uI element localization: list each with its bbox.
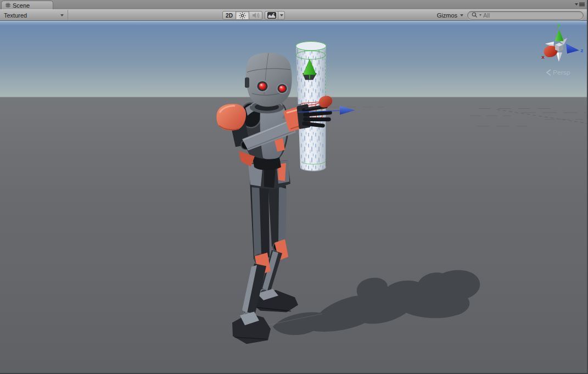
robot-eye-left — [257, 81, 268, 92]
gizmos-dropdown[interactable]: Gizmos — [437, 12, 463, 19]
scene-viewport[interactable]: y z x Persp — [0, 21, 587, 373]
search-input[interactable]: All — [467, 11, 584, 20]
axis-z-label: z — [581, 47, 584, 53]
audio-toggle-button[interactable] — [249, 11, 262, 20]
orientation-gizmo-center-cube[interactable] — [555, 43, 563, 52]
tab-strip: Scene — [0, 0, 587, 9]
axis-y-label: y — [557, 23, 561, 29]
scene-window: Scene Textured 2D — [0, 0, 588, 374]
lighting-toggle-button[interactable] — [236, 11, 249, 20]
effects-button[interactable] — [265, 11, 278, 20]
dropdown-arrow-icon — [460, 14, 463, 16]
sky — [0, 21, 587, 97]
scene-render[interactable]: y z x Persp — [0, 21, 587, 373]
dropdown-arrow-icon — [60, 14, 64, 16]
effects-dropdown-button[interactable] — [278, 11, 285, 20]
robot-head — [245, 53, 292, 107]
search-filter-arrow-icon — [479, 14, 481, 16]
dropdown-arrow-icon — [575, 3, 578, 5]
view-toggle-buttons: 2D — [222, 11, 285, 20]
axis-x-label: x — [541, 54, 545, 60]
gizmos-label: Gizmos — [437, 12, 457, 19]
search-placeholder: All — [483, 12, 490, 19]
tab-scene[interactable]: Scene — [1, 1, 53, 9]
toolbar-right-tools: Gizmos All — [437, 10, 584, 20]
robot-shoulder-pad — [216, 104, 246, 131]
2d-label: 2D — [226, 13, 233, 19]
shading-mode-dropdown[interactable]: Textured — [0, 10, 68, 20]
projection-label: Persp — [553, 69, 570, 76]
tab-menu-icon[interactable] — [575, 2, 585, 7]
sun-icon — [239, 12, 246, 19]
2d-toggle-button[interactable]: 2D — [222, 11, 236, 20]
scene-toolbar: Textured 2D — [0, 9, 587, 21]
dropdown-arrow-icon — [280, 14, 283, 16]
image-icon — [267, 12, 276, 19]
tab-label: Scene — [13, 2, 30, 9]
grid-icon — [5, 3, 10, 8]
robot-eye-right — [277, 83, 288, 93]
search-icon — [472, 12, 478, 18]
shading-mode-value: Textured — [4, 12, 27, 19]
hamburger-icon — [579, 2, 585, 7]
speaker-icon — [252, 12, 260, 19]
